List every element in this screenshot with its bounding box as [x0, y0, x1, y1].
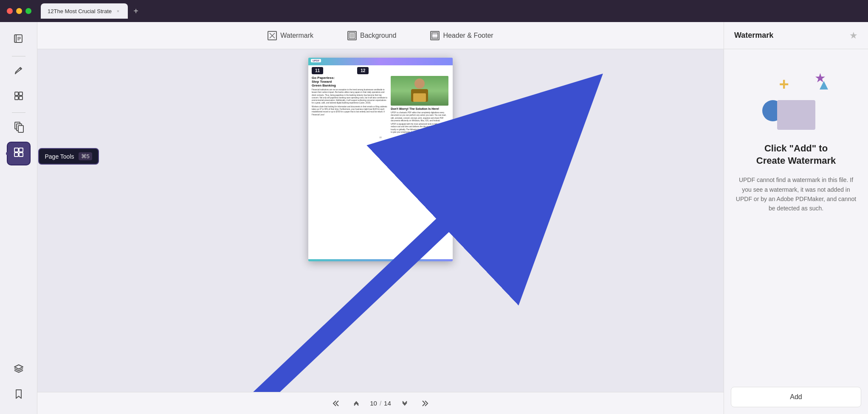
pdf-right-body: UPDF is a fantastic PDF editor that comp…: [391, 112, 448, 122]
tab-background[interactable]: Background: [341, 28, 403, 44]
pdf-person-image: [391, 76, 448, 106]
extract-icon: [13, 121, 25, 135]
sidebar-item-organize[interactable]: [7, 85, 31, 109]
tab-title: 12The Most Crucial Strate: [48, 8, 112, 14]
svg-rect-15: [19, 153, 23, 157]
pdf-right-col: Don't Worry! The Solution Is Here! UPDF …: [391, 76, 448, 134]
add-watermark-button[interactable]: Add: [731, 387, 861, 407]
header-footer-tab-icon: [430, 31, 440, 40]
page-num-12: 12: [357, 67, 369, 74]
sidebar-item-layers[interactable]: [7, 358, 31, 382]
plus-decoration: +: [779, 75, 789, 94]
pdf-page: UPDF 11 12 Go Paperless:Step TowardGreen…: [308, 58, 453, 261]
bookmark-icon: [13, 388, 25, 403]
background-tab-icon: [347, 31, 357, 40]
svg-rect-5: [15, 92, 18, 95]
close-button[interactable]: [7, 8, 13, 14]
maximize-button[interactable]: [25, 8, 31, 14]
active-tab[interactable]: 12The Most Crucial Strate ×: [41, 3, 128, 19]
watermark-cta-title: Click "Add" to Create Watermark: [756, 143, 836, 167]
sidebar-item-annotate[interactable]: [7, 60, 31, 84]
minimize-button[interactable]: [16, 8, 22, 14]
tooltip-shortcut: ⌘5: [79, 152, 92, 160]
box-decoration: [777, 100, 815, 130]
sidebar: Page Tools ⌘5: [0, 22, 37, 414]
page-num-11: 11: [312, 67, 323, 74]
page-separator: /: [380, 400, 381, 407]
pdf-page-footer-num: 08: [308, 134, 453, 140]
top-tabs: Watermark Background: [37, 22, 724, 49]
svg-rect-18: [432, 33, 438, 39]
pdf-article-title: Go Paperless:Step TowardGreen Banking: [312, 76, 387, 87]
sidebar-item-reader[interactable]: [7, 29, 31, 53]
pdf-right-subtitle: Don't Worry! The Solution Is Here!: [391, 107, 448, 110]
layers-icon: [13, 363, 25, 377]
pdf-left-col: Go Paperless:Step TowardGreen Banking Fi…: [312, 76, 387, 134]
background-tab-label: Background: [360, 32, 396, 39]
main-container: Page Tools ⌘5: [0, 22, 868, 414]
svg-rect-14: [14, 153, 18, 157]
pdf-article-body-left: Financial institutions are not an except…: [312, 89, 387, 105]
pdf-right-body-2: UPDF is equipped with the most advanced …: [391, 123, 448, 134]
current-page: 10: [370, 400, 377, 407]
sidebar-item-bookmark[interactable]: [7, 383, 31, 407]
watermark-description: UPDF cannot find a watermark in this fil…: [734, 175, 858, 213]
reader-icon: [13, 34, 25, 48]
tab-watermark[interactable]: Watermark: [261, 28, 320, 44]
right-panel-footer: Add: [724, 380, 868, 414]
header-footer-tab-label: Header & Footer: [443, 32, 493, 39]
new-tab-button[interactable]: +: [130, 5, 142, 17]
pdf-gradient-header: UPDF: [308, 58, 453, 65]
right-panel-body: + ★ Click "Add" to Create Watermark UPDF…: [724, 49, 868, 380]
title-bar: 12The Most Crucial Strate × +: [0, 0, 868, 22]
last-page-button[interactable]: [418, 397, 432, 410]
svg-point-22: [414, 78, 425, 89]
tooltip-label: Page Tools: [45, 153, 74, 160]
first-page-button[interactable]: [329, 397, 343, 410]
pdf-two-col: Go Paperless:Step TowardGreen Banking Fi…: [308, 76, 453, 134]
right-panel-title: Watermark: [734, 31, 773, 40]
tab-close-button[interactable]: ×: [115, 8, 121, 14]
svg-rect-13: [19, 148, 23, 152]
content-area: Watermark Background: [37, 22, 724, 414]
page-tools-icon: [13, 146, 25, 161]
page-indicator: 10 / 14: [370, 400, 391, 407]
paper-decoration: [817, 79, 830, 94]
svg-rect-8: [19, 96, 23, 100]
watermark-illustration: + ★: [754, 66, 839, 134]
page-tools-tooltip: Page Tools ⌘5: [38, 148, 99, 165]
right-panel: Watermark ★ + ★ Click "Add" to Create Wa…: [724, 22, 868, 414]
pdf-article-body-left-2: Workers claim that looking for informati…: [312, 106, 387, 116]
watermark-tab-icon: [268, 31, 277, 40]
sidebar-divider-2: [12, 112, 25, 113]
svg-rect-7: [15, 96, 18, 100]
svg-rect-11: [18, 126, 23, 132]
annotate-icon: [13, 64, 25, 79]
active-indicator: [6, 152, 9, 155]
favorite-star-button[interactable]: ★: [849, 30, 858, 41]
watermark-tab-label: Watermark: [280, 32, 313, 39]
sidebar-divider-1: [12, 56, 25, 56]
total-pages: 14: [384, 400, 391, 407]
traffic-lights: [7, 8, 31, 14]
svg-rect-12: [14, 148, 18, 152]
right-panel-header: Watermark ★: [724, 22, 868, 49]
tab-header-footer[interactable]: Header & Footer: [423, 28, 500, 44]
organize-icon: [13, 90, 25, 104]
tab-area: 12The Most Crucial Strate × +: [41, 3, 142, 19]
svg-rect-24: [413, 93, 426, 102]
prev-page-button[interactable]: [349, 397, 363, 410]
pdf-page-numbers: 11 12: [308, 65, 453, 76]
sidebar-item-page-tools[interactable]: Page Tools ⌘5: [7, 142, 31, 165]
sidebar-item-extract[interactable]: [7, 116, 31, 140]
svg-rect-17: [350, 34, 354, 38]
pdf-area: UPDF 11 12 Go Paperless:Step TowardGreen…: [37, 49, 724, 392]
svg-marker-25: [820, 81, 828, 90]
pdf-footer-gradient: [308, 259, 453, 261]
next-page-button[interactable]: [398, 397, 411, 410]
svg-rect-6: [19, 92, 23, 95]
nav-bar: 10 / 14: [37, 392, 724, 414]
